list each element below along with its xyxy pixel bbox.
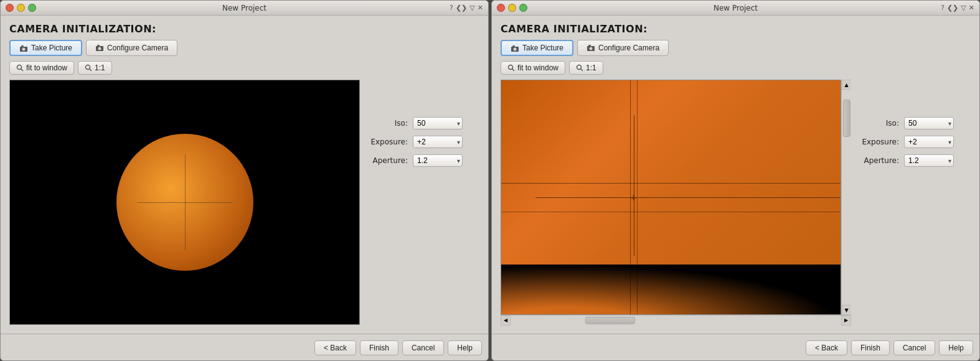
take-picture-button-1[interactable]: Take Picture — [9, 40, 82, 56]
minimize-button-1[interactable] — [17, 4, 25, 12]
grid-h2 — [501, 212, 841, 212]
iso-select-wrapper-2: 50 100 200 400 — [904, 117, 954, 129]
back-button-1[interactable]: < Back — [314, 340, 356, 355]
help-icon-2[interactable]: ? — [941, 4, 945, 12]
toolbar-row-2: Take Picture Configure Camera — [501, 40, 971, 56]
scrollbar-vertical-2: ▲ ▼ — [841, 80, 851, 315]
aperture-row-1: Aperture: 1.2 1.8 2.8 4.0 — [367, 154, 479, 167]
crosshair-marker: + — [630, 192, 638, 202]
svg-point-15 — [590, 47, 593, 50]
camera-preview-zoomed-2: + — [501, 80, 841, 314]
scroll-thumb-v-2[interactable] — [843, 100, 850, 137]
exposure-select-1[interactable]: +2 +1 0 -1 -2 — [413, 136, 463, 148]
exposure-label-1: Exposure: — [367, 138, 408, 146]
scrollbar-horizontal-2: ◀ ▶ — [501, 315, 851, 325]
toolbar-row-1: Take Picture Configure Camera — [9, 40, 479, 56]
window-2: New Project ? ❮❯ ▽ ✕ CAMERA INITIALIZATI… — [491, 0, 980, 361]
cancel-button-1[interactable]: Cancel — [402, 340, 444, 355]
orange-sphere-1 — [116, 134, 253, 271]
bottom-divider-1 — [1, 334, 488, 334]
exposure-select-2[interactable]: +2 +1 0 -1 -2 — [904, 136, 954, 148]
window-title-2: New Project — [714, 4, 758, 12]
image-panel-1 — [9, 80, 360, 325]
minimize-icon-2[interactable]: ▽ — [961, 4, 966, 12]
main-area-2: + ▲ ▼ ◀ — [501, 80, 971, 325]
aperture-select-1[interactable]: 1.2 1.8 2.8 4.0 — [413, 154, 463, 167]
camera-icon-1 — [19, 45, 28, 52]
aperture-row-2: Aperture: 1.2 1.8 2.8 4.0 — [859, 154, 971, 167]
help-button-2[interactable]: Help — [939, 340, 973, 355]
configure-camera-button-1[interactable]: Configure Camera — [86, 40, 177, 56]
iso-row-1: Iso: 50 100 200 400 — [367, 117, 479, 129]
scroll-track-v — [843, 90, 850, 305]
minimize-icon-1[interactable]: ▽ — [469, 4, 474, 12]
iso-select-2[interactable]: 50 100 200 400 — [904, 117, 954, 129]
cross-v — [634, 115, 634, 256]
one-to-one-button-1[interactable]: 1:1 — [78, 61, 112, 75]
close-button-2[interactable] — [497, 4, 505, 12]
config-camera-icon-2 — [587, 44, 595, 52]
help-button-1[interactable]: Help — [448, 340, 482, 355]
exposure-label-2: Exposure: — [859, 138, 899, 146]
finish-button-2[interactable]: Finish — [851, 340, 890, 355]
window-1: New Project ? ❮❯ ▽ ✕ CAMERA INITIALIZATI… — [0, 0, 489, 361]
configure-camera-button-2[interactable]: Configure Camera — [577, 40, 669, 56]
black-arc-bottom — [501, 265, 841, 314]
bottom-bar-1: < Back Finish Cancel Help — [1, 337, 488, 360]
scroll-left-arrow-2[interactable]: ◀ — [501, 316, 511, 326]
take-picture-button-2[interactable]: Take Picture — [501, 40, 573, 56]
iso-select-wrapper-1: 50 100 200 400 — [413, 117, 463, 129]
svg-point-8 — [86, 65, 90, 70]
bottom-divider-2 — [492, 334, 979, 334]
one-to-one-button-2[interactable]: 1:1 — [569, 61, 603, 75]
scroll-up-arrow-2[interactable]: ▲ — [842, 80, 852, 90]
aperture-select-wrapper-1: 1.2 1.8 2.8 4.0 — [413, 154, 463, 167]
exposure-select-wrapper-1: +2 +1 0 -1 -2 — [413, 136, 463, 148]
cross-h — [535, 197, 841, 198]
maximize-button-1[interactable] — [28, 4, 36, 12]
minimize-all-icon-2[interactable]: ❮❯ — [947, 4, 958, 12]
aperture-select-2[interactable]: 1.2 1.8 2.8 4.0 — [904, 154, 954, 167]
minimize-button-2[interactable] — [508, 4, 516, 12]
fit-icon-1 — [16, 64, 24, 72]
titlebar-right-2: ? ❮❯ ▽ ✕ — [941, 4, 974, 12]
svg-point-16 — [509, 65, 513, 70]
svg-point-12 — [514, 47, 517, 50]
iso-select-1[interactable]: 50 100 200 400 — [413, 117, 463, 129]
help-icon-1[interactable]: ? — [450, 4, 453, 12]
titlebar-2: New Project ? ❮❯ ▽ ✕ — [492, 1, 979, 16]
scroll-thumb-h-2[interactable] — [585, 317, 635, 324]
svg-rect-14 — [588, 45, 591, 46]
close-button-1[interactable] — [6, 4, 14, 12]
close-icon-1[interactable]: ✕ — [478, 4, 483, 12]
zoom-row-1: fit to window 1:1 — [9, 61, 479, 75]
svg-point-6 — [17, 65, 22, 70]
bottom-bar-2: < Back Finish Cancel Help — [492, 337, 979, 360]
svg-point-2 — [22, 47, 26, 50]
svg-point-5 — [98, 47, 101, 50]
finish-button-1[interactable]: Finish — [360, 340, 398, 355]
close-icon-2[interactable]: ✕ — [969, 4, 974, 12]
scroll-right-arrow-2[interactable]: ▶ — [841, 316, 851, 326]
window-controls-2 — [497, 4, 527, 12]
back-button-2[interactable]: < Back — [806, 340, 847, 355]
fit-to-window-button-2[interactable]: fit to window — [501, 61, 565, 75]
zoom11-icon-1 — [85, 64, 92, 72]
minimize-all-icon-1[interactable]: ❮❯ — [456, 4, 467, 12]
svg-point-18 — [577, 65, 582, 70]
scroll-down-arrow-2[interactable]: ▼ — [842, 305, 852, 315]
maximize-button-2[interactable] — [519, 4, 527, 12]
main-area-1: Iso: 50 100 200 400 Exposure: — [9, 80, 479, 325]
fit-to-window-button-1[interactable]: fit to window — [9, 61, 74, 75]
window-content-2: CAMERA INITIALIZATION: Take Picture Conf… — [492, 16, 979, 331]
exposure-row-2: Exposure: +2 +1 0 -1 -2 — [859, 136, 971, 148]
aperture-label-1: Aperture: — [367, 156, 408, 165]
svg-rect-11 — [512, 45, 515, 47]
section-title-2: CAMERA INITIALIZATION: — [501, 23, 971, 35]
zoom-row-2: fit to window 1:1 — [501, 61, 971, 75]
window-title-1: New Project — [222, 4, 266, 12]
cancel-button-2[interactable]: Cancel — [893, 340, 935, 355]
aperture-label-2: Aperture: — [859, 156, 899, 165]
scroll-track-h — [511, 317, 841, 324]
iso-label-2: Iso: — [859, 119, 899, 128]
